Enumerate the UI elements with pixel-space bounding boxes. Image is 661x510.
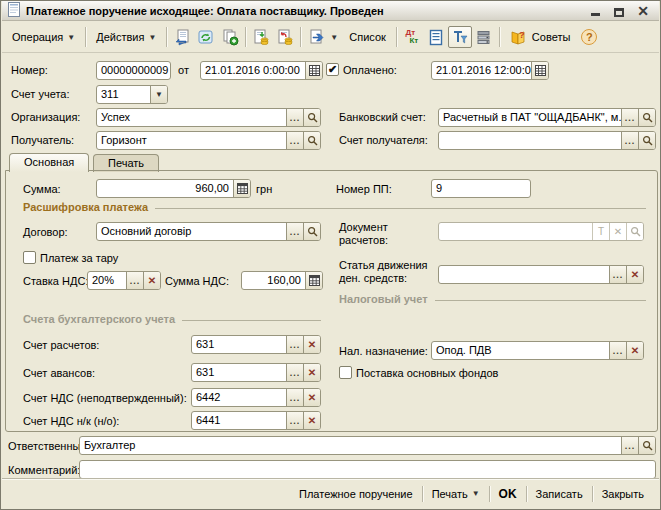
calendar-button[interactable] [531,62,548,79]
close-button[interactable]: ✕ [636,4,650,18]
calculator-button[interactable] [305,272,322,289]
vat-sum-value[interactable]: 160,00 [242,272,305,289]
help-button[interactable]: ? [577,26,601,48]
open-button[interactable] [303,132,320,149]
tare-payment-checkbox[interactable] [23,251,36,264]
date-value[interactable]: 21.01.2016 0:00:00 [201,62,305,79]
clear-button[interactable]: ✕ [626,342,643,359]
vat-unconfirmed-value[interactable]: 6442 [192,389,286,406]
paid-date-value[interactable]: 21.01.2016 12:00:03 [432,62,531,79]
select-button[interactable]: ... [286,364,303,381]
type-button[interactable]: T [592,223,609,240]
payment-order-button[interactable]: Платежное поручение [290,488,422,500]
clear-button[interactable]: ✕ [609,223,626,240]
payee-account-value[interactable] [439,132,621,149]
calculator-button[interactable] [233,180,250,197]
titlebar[interactable]: Платежное поручение исходящее: Оплата по… [2,1,659,21]
select-button[interactable]: ... [621,437,638,454]
go-to-button[interactable]: ▼ [304,26,342,48]
open-button[interactable] [303,223,320,240]
open-button[interactable] [638,109,655,126]
select-button[interactable]: ... [621,132,638,149]
select-button[interactable]: ... [286,132,303,149]
open-button[interactable] [638,132,655,149]
select-button[interactable]: ... [286,412,303,429]
vat-rate-label: Ставка НДС: [23,275,88,288]
bottom-button-bar: Платежное поручение Печать▼ OK Записать … [2,478,659,508]
filter-sort-button[interactable] [448,26,472,48]
fixed-assets-checkbox[interactable] [339,366,352,379]
vat-rate-value[interactable]: 20% [88,272,126,289]
save-button[interactable]: Записать [527,488,592,500]
tips-button[interactable]: ? Советы [503,26,577,48]
operation-menu-button[interactable]: Операция▼ [5,26,82,48]
account-value[interactable]: 311 [97,86,150,103]
select-button[interactable]: ... [621,109,638,126]
post-document-button[interactable] [249,26,273,48]
clear-button[interactable]: ✕ [303,389,320,406]
svg-text:?: ? [519,30,525,40]
organization-value[interactable]: Успех [97,109,286,126]
structure-icon [475,29,493,46]
sum-field: 960,00 [96,179,251,198]
clear-button[interactable]: ✕ [303,412,320,429]
open-button[interactable] [638,437,655,454]
actions-menu-button[interactable]: Действия▼ [89,26,163,48]
ok-button[interactable]: OK [490,487,526,501]
clear-button[interactable]: ✕ [143,272,160,289]
minimize-button[interactable] [588,4,602,18]
unpost-document-button[interactable] [273,26,297,48]
clear-x-icon: ✕ [308,367,316,378]
number-value[interactable]: 00000000009 [97,62,170,79]
list-button[interactable]: Список [342,26,393,48]
filter-icon [451,29,469,46]
vat-nk-value[interactable]: 6441 [192,412,286,429]
dropdown-arrow-icon: ▼ [67,33,75,42]
paid-checkbox[interactable]: ✔ [326,63,339,76]
toolbar-separator [300,27,301,47]
calendar-button[interactable] [305,62,322,79]
cash-flow-value[interactable] [439,266,609,283]
sum-value[interactable]: 960,00 [97,180,233,197]
refresh-button[interactable] [194,26,218,48]
responsible-value[interactable]: Бухгалтер [80,437,621,454]
settlement-account-value[interactable]: 631 [192,336,286,353]
maximize-button[interactable] [612,4,626,18]
select-button[interactable]: ... [609,266,626,283]
tax-purpose-value[interactable]: Опод. ПДВ [432,342,609,359]
reread-button[interactable] [170,26,194,48]
structure-button[interactable] [472,26,496,48]
copy-button[interactable] [218,26,242,48]
number-field: 00000000009 [96,61,171,80]
advance-account-value[interactable]: 631 [192,364,286,381]
comment-value[interactable] [80,461,655,478]
payee-value[interactable]: Горизонт [97,132,286,149]
payee-field: Горизонт ... [96,131,321,150]
magnifier-icon [630,226,641,237]
bank-account-value[interactable]: Расчетный в ПАТ "ОЩАДБАНК", м.І [439,109,621,126]
settlement-doc-value[interactable] [439,223,592,240]
payment-details-header: Расшифровка платежа [23,201,646,213]
select-button[interactable]: ... [286,109,303,126]
payee-label: Получатель: [11,134,74,147]
clear-button[interactable]: ✕ [303,364,320,381]
select-button[interactable]: ... [126,272,143,289]
tab-main[interactable]: Основная [9,153,89,172]
contract-value[interactable]: Основний договір [97,223,286,240]
select-button[interactable]: ... [609,342,626,359]
print-button[interactable]: Печать▼ [423,488,489,500]
select-button[interactable]: ... [286,223,303,240]
pp-number-value[interactable]: 9 [432,180,530,197]
open-button[interactable] [303,109,320,126]
clear-button[interactable]: ✕ [303,336,320,353]
select-button[interactable]: ... [286,389,303,406]
open-button[interactable] [626,223,643,240]
dtkt-button[interactable]: ДтКт [400,26,424,48]
clear-button[interactable]: ✕ [626,266,643,283]
journal-button[interactable] [424,26,448,48]
type-t-icon: T [598,226,604,237]
combo-dropdown-button[interactable]: ▼ [150,86,167,103]
calendar-icon [309,65,320,76]
select-button[interactable]: ... [286,336,303,353]
close-form-button[interactable]: Закрыть [593,488,653,500]
